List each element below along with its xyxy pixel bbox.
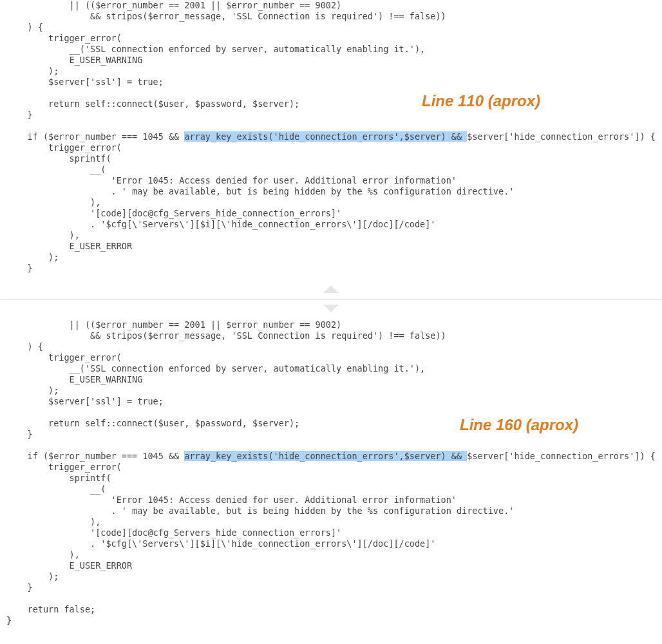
code-pre: || (($error_number == 2001 || $error_num… [6,0,446,142]
code-pane-bottom: || (($error_number == 2001 || $error_num… [0,319,662,639]
code-block-top[interactable]: || (($error_number == 2001 || $error_num… [6,0,662,274]
highlighted-code: array_key_exists('hide_connection_errors… [184,131,467,142]
split-resize-handle[interactable] [321,285,341,312]
code-block-bottom[interactable]: || (($error_number == 2001 || $error_num… [6,319,662,626]
chevron-up-icon [323,285,339,293]
highlighted-code: array_key_exists('hide_connection_errors… [184,451,467,461]
code-pane-top: || (($error_number == 2001 || $error_num… [0,0,662,287]
pane-divider[interactable] [0,299,662,300]
code-post: $server['hide_connection_errors']) { tri… [6,131,656,273]
annotation-line-110: Line 110 (aprox) [422,95,540,106]
code-post: $server['hide_connection_errors']) { tri… [6,451,656,625]
chevron-down-icon [323,305,339,312]
code-pre: || (($error_number == 2001 || $error_num… [6,319,446,461]
annotation-line-160: Line 160 (aprox) [460,419,578,430]
